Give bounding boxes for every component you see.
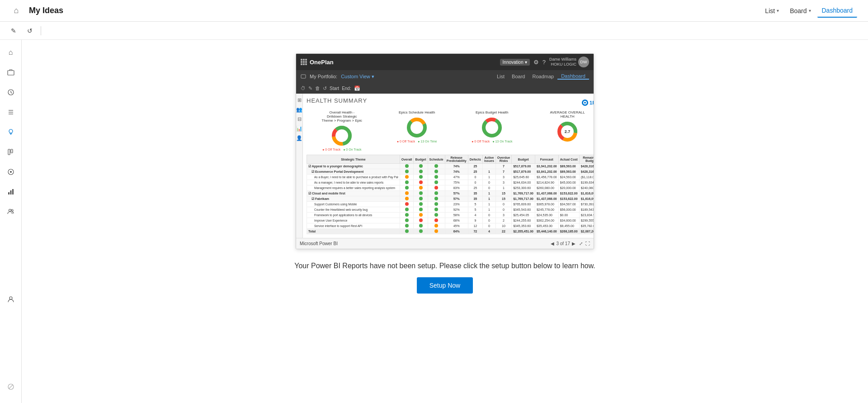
svg-rect-8 (11, 149, 13, 153)
health-card-budget: Epics Budget Health ● 0 Off Tra (472, 110, 513, 151)
main-layout: ⌂ (0, 40, 868, 403)
table-row: Support Customers using Mobile 23% 5 1 0… (307, 202, 594, 207)
nav-dashboard[interactable]: Dashboard (817, 4, 858, 18)
table-row: Improve User Experience 68% 9 0 2 $244,2… (307, 218, 594, 223)
sidebar-item-recent[interactable] (2, 83, 20, 101)
sidebar: ⌂ (0, 40, 22, 403)
nav-list[interactable]: List ▾ (760, 5, 783, 17)
donut-average: 2.7 (556, 120, 579, 143)
svg-rect-19 (301, 75, 306, 78)
nav-board[interactable]: Board ▾ (785, 5, 815, 17)
op-tab-bar: List Board Roadmap Dashboard (493, 73, 589, 80)
op-tab-board[interactable]: Board (508, 74, 528, 79)
sidebar-item-analytics[interactable] (2, 183, 20, 201)
health-card-overall: Overall Health - Drilldown Strategic The… (321, 110, 362, 151)
health-title: HEALTH SUMMARY (307, 97, 367, 104)
table-row: ☑ Cloud and mobile first 57% 35 1 15 $1,… (307, 191, 594, 196)
pbi-expand-icon[interactable]: ⛶ (585, 241, 590, 246)
page-title: My Ideas (29, 6, 63, 15)
svg-point-29 (484, 119, 500, 136)
toolbar: ✎ ↺ (0, 22, 868, 40)
table-row: ☑ Fabrikam 57% 35 1 15 $1,769,717.00 $1,… (307, 196, 594, 202)
col-strategic-theme: Strategic Theme (307, 155, 400, 164)
pbi-external-link-icon[interactable]: ⤢ (579, 241, 583, 246)
innovation-badge[interactable]: Innovation ▾ (500, 59, 530, 66)
preview-container: OnePlan Innovation ▾ ⚙ ? Dame Williams H… (296, 53, 594, 249)
home-icon[interactable]: ⌂ (7, 6, 25, 15)
nav-icon-4[interactable]: 📊 (296, 126, 302, 132)
svg-rect-12 (10, 190, 11, 194)
table-row: Counter the Heartbleed web security bug … (307, 207, 594, 213)
svg-rect-7 (8, 149, 10, 155)
pbi-footer: Microsoft Power BI ◀ 3 of 17 ▶ ⤢ ⛶ (296, 238, 594, 249)
col-overall: Overall (400, 155, 414, 164)
pbi-nav: ◀ 3 of 17 ▶ (551, 241, 576, 246)
refresh-button[interactable]: ↺ (24, 24, 36, 37)
content-area: OnePlan Innovation ▾ ⚙ ? Dame Williams H… (22, 40, 868, 403)
donut-budget (481, 116, 503, 139)
nav-icon-3[interactable]: ⊟ (297, 116, 302, 122)
nav-icon-5[interactable]: 👤 (296, 135, 302, 141)
nav-icon-1[interactable]: ⊞ (297, 97, 302, 103)
oneplan-nav-right: Innovation ▾ ⚙ ? Dame Williams HOKU LOGI… (500, 57, 589, 67)
donut-schedule (406, 116, 428, 139)
col-overdue: Overdue Risks (495, 155, 511, 164)
svg-rect-0 (8, 71, 14, 75)
user-info: Dame Williams HOKU LOGIC DW (549, 57, 589, 67)
oneplan-brand-logo: 1Plan (582, 100, 594, 106)
top-header: ⌂ My Ideas List ▾ Board ▾ Dashboard (0, 0, 868, 22)
col-remaining: Remaining Budget (579, 155, 594, 164)
svg-point-14 (9, 209, 11, 212)
svg-point-15 (11, 209, 13, 211)
settings-icon[interactable]: ⚙ (533, 59, 539, 66)
svg-rect-13 (12, 189, 14, 194)
col-active: Active Issues (482, 155, 495, 164)
col-budget-val: Budget (512, 155, 535, 164)
sidebar-item-profile[interactable] (2, 290, 20, 308)
table-row-total: Total 64% 72 4 22 $2,355,451.00 $5,446,1… (307, 229, 594, 234)
op-tab-dashboard[interactable]: Dashboard (557, 73, 589, 80)
help-icon[interactable]: ? (542, 59, 546, 66)
op-left-nav: ⊞ 👥 ⊟ 📊 👤 (296, 94, 303, 238)
pbi-label: Microsoft Power BI (300, 241, 338, 246)
col-schedule: Schedule (428, 155, 445, 164)
col-budget: Budget (414, 155, 428, 164)
sidebar-item-roadmap[interactable] (2, 163, 20, 181)
col-release: Release Predictability (445, 155, 468, 164)
op-tab-list[interactable]: List (493, 74, 508, 79)
sidebar-item-forbidden (2, 378, 20, 396)
sidebar-item-board[interactable] (2, 143, 20, 161)
edit-icon[interactable]: ✎ (308, 85, 312, 91)
setup-now-button[interactable]: Setup Now (417, 277, 473, 294)
toolbar-separator (41, 26, 41, 35)
setup-message: Your Power BI Reports have not been setu… (294, 262, 595, 270)
start-label: Start (330, 86, 339, 91)
nav-icon-2[interactable]: 👥 (296, 107, 302, 113)
oneplan-header: OnePlan Innovation ▾ ⚙ ? Dame Williams H… (296, 54, 594, 70)
health-table: Strategic Theme Overall Budget Schedule … (307, 155, 594, 234)
table-row: As a manager, I need to be able to view … (307, 180, 594, 185)
sidebar-item-home[interactable]: ⌂ (2, 43, 20, 62)
grid-icon (301, 59, 307, 65)
pbi-next-icon[interactable]: ▶ (572, 241, 576, 246)
edit-button[interactable]: ✎ (7, 24, 20, 37)
donut-overall (330, 124, 353, 147)
sidebar-item-list[interactable] (2, 103, 20, 121)
op-tab-roadmap[interactable]: Roadmap (528, 74, 557, 79)
pbi-external-buttons: ⤢ ⛶ (579, 241, 590, 246)
calendar-icon[interactable]: 📅 (354, 85, 360, 91)
svg-point-10 (10, 171, 12, 173)
sidebar-item-ideas[interactable] (2, 123, 20, 141)
custom-view[interactable]: Custom View ▾ (341, 74, 374, 80)
oneplan-title: OnePlan (310, 59, 334, 66)
table-row: Framework to port applications to all de… (307, 213, 594, 218)
sidebar-item-portfolio[interactable] (2, 63, 20, 81)
oneplan-logo: OnePlan (301, 59, 334, 66)
sidebar-item-teams[interactable] (2, 203, 20, 221)
svg-rect-11 (8, 192, 9, 194)
avatar: DW (578, 57, 589, 67)
pbi-prev-icon[interactable]: ◀ (551, 241, 554, 246)
delete-icon[interactable]: 🗑 (315, 85, 320, 91)
oneplan-toolbar: ⏱ ✎ 🗑 ↺ Start End: 📅 (296, 83, 594, 94)
refresh-icon[interactable]: ↺ (323, 85, 327, 91)
